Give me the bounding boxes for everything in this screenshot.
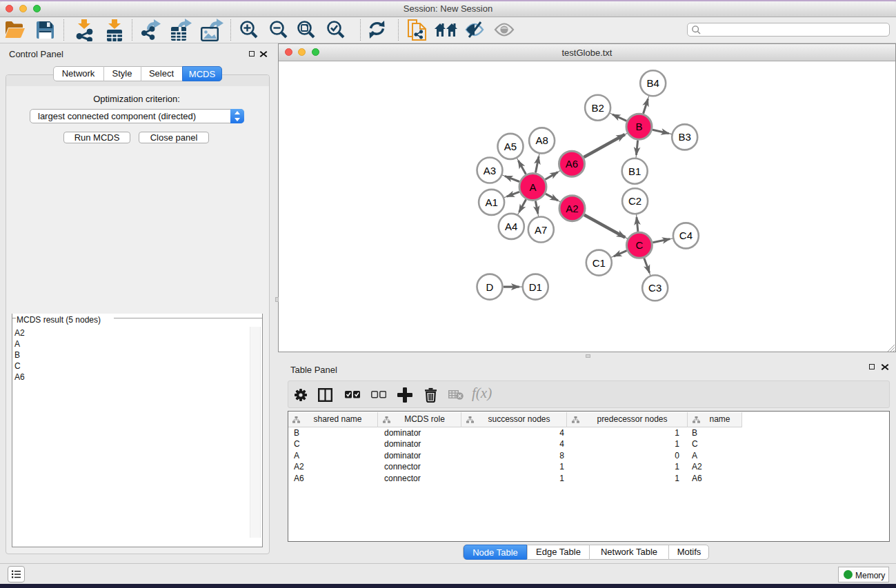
svg-text:A1: A1	[485, 196, 497, 208]
svg-text:C3: C3	[648, 282, 661, 294]
svg-text:A3: A3	[484, 165, 496, 176]
svg-text:A2: A2	[566, 203, 578, 214]
svg-text:D: D	[486, 281, 494, 293]
svg-text:A5: A5	[504, 141, 517, 152]
svg-text:B: B	[635, 121, 642, 132]
svg-text:A8: A8	[535, 134, 548, 146]
svg-text:B3: B3	[679, 131, 691, 143]
svg-text:A7: A7	[535, 224, 547, 236]
svg-text:C2: C2	[628, 195, 641, 207]
svg-text:A: A	[529, 181, 536, 193]
svg-text:A6: A6	[566, 158, 578, 170]
svg-text:B1: B1	[628, 165, 641, 177]
svg-text:C1: C1	[593, 257, 606, 269]
svg-text:D1: D1	[529, 281, 542, 293]
svg-text:B2: B2	[591, 102, 604, 114]
svg-text:B4: B4	[647, 77, 659, 89]
svg-text:C4: C4	[679, 230, 693, 241]
svg-text:C: C	[635, 239, 643, 251]
svg-text:A4: A4	[505, 221, 517, 232]
